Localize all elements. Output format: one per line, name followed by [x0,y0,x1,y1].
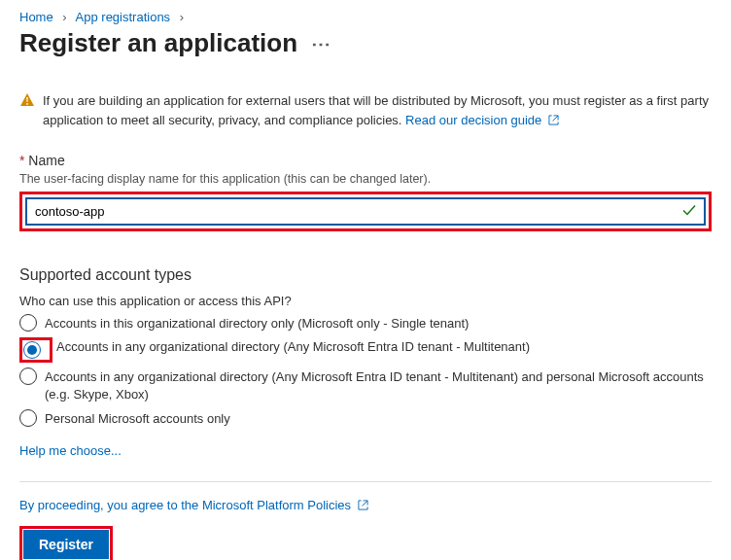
more-actions-button[interactable]: ⋯ [311,32,331,55]
account-option-single-tenant[interactable]: Accounts in this organizational director… [19,314,712,332]
warning-banner: If you are building an application for e… [19,91,712,129]
warning-icon [19,92,35,114]
account-types-title: Supported account types [19,266,712,284]
name-hint: The user-facing display name for this ap… [19,172,712,186]
breadcrumb-app-registrations[interactable]: App registrations [76,10,171,24]
decision-guide-link[interactable]: Read our decision guide [405,113,559,127]
chevron-right-icon: › [174,10,190,24]
chevron-right-icon: › [56,10,72,24]
agree-text: By proceeding, you agree to the Microsof… [19,498,712,512]
radio-icon [19,314,37,332]
page-title: Register an application ⋯ [19,28,712,58]
radio-icon [19,409,37,427]
radio-icon [23,341,41,359]
radio-label: Personal Microsoft accounts only [45,409,230,428]
account-types-question: Who can use this application or access t… [19,294,712,308]
external-link-icon [358,500,368,510]
radio-icon [19,368,37,385]
breadcrumb: Home › App registrations › [19,10,712,24]
warning-text: If you are building an application for e… [43,93,709,127]
help-me-choose-link[interactable]: Help me choose... [19,443,122,458]
highlight-box [19,337,52,363]
platform-policies-link-text: By proceeding, you agree to the Microsof… [19,498,351,512]
radio-label: Accounts in this organizational director… [45,314,469,332]
decision-guide-link-text: Read our decision guide [405,113,541,127]
breadcrumb-home[interactable]: Home [19,10,53,24]
external-link-icon [548,115,559,125]
account-option-multitenant[interactable]: Accounts in any organizational directory… [19,337,712,363]
required-asterisk: * [19,153,24,168]
register-button[interactable]: Register [23,530,109,559]
account-option-personal-only[interactable]: Personal Microsoft accounts only [19,409,712,428]
name-input[interactable] [25,197,706,226]
account-option-multitenant-personal[interactable]: Accounts in any organizational directory… [19,368,712,403]
check-icon [682,203,696,220]
page-title-text: Register an application [19,28,297,58]
name-label-text: Name [28,153,64,168]
radio-label: Accounts in any organizational directory… [45,368,712,403]
radio-label: Accounts in any organizational directory… [56,337,530,356]
divider [19,481,712,482]
name-label: * Name [19,153,712,168]
platform-policies-link[interactable]: By proceeding, you agree to the Microsof… [19,498,368,512]
